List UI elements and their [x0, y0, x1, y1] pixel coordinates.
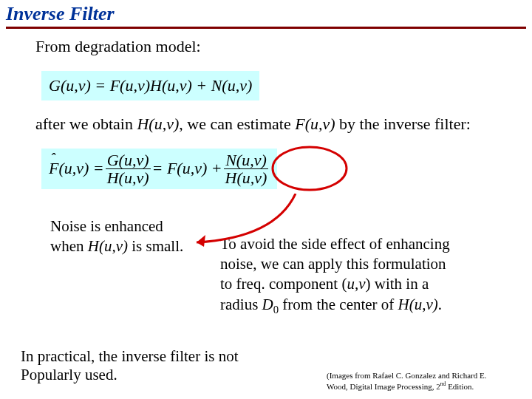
credit-l2-pre: Wood, Digital Image Processing, 2 [327, 382, 440, 391]
avoid-l4-d: D [262, 296, 273, 313]
credit-l2: Wood, Digital Image Processing, 2nd Edit… [327, 381, 519, 392]
eq2-frac1: G(u,v) H(u,v) [106, 151, 151, 186]
avoid-l4: radius D0 from the center of H(u,v). [220, 295, 502, 317]
eq2-frac2-den: H(u,v) [224, 169, 269, 186]
avoid-l1: To avoid the side effect of enhancing [220, 234, 502, 254]
avoid-l4-mid: from the center of [279, 296, 398, 313]
noise-l2-pre: when [50, 237, 88, 255]
eq2-lhs-f: F [49, 158, 58, 180]
avoid-l3-uv: u,v [347, 275, 365, 293]
bottom-row: Noise is enhanced when H(u,v) is small. … [35, 216, 502, 317]
line2-pre: after we obtain [35, 115, 137, 133]
practical-l1: In practical, the inverse filter is not [21, 347, 272, 366]
line2-mid: , we can estimate [179, 115, 295, 133]
credit-l1: (Images from Rafael C. Gonzalez and Rich… [327, 371, 519, 381]
avoid-l3-pre: to freq. component ( [220, 275, 347, 293]
eq2-lhs-rest: (u,v) = [58, 158, 103, 180]
avoid-l2: noise, we can apply this formulation [220, 254, 502, 274]
line2-f: F(u,v) [295, 115, 335, 133]
noise-l2: when H(u,v) is small. [50, 236, 205, 256]
noise-l1: Noise is enhanced [50, 216, 205, 236]
avoid-l3: to freq. component (u,v) with in a [220, 274, 502, 294]
equation-degradation: G(u,v) = F(u,v)H(u,v) + N(u,v) [41, 71, 259, 101]
svg-point-0 [273, 147, 347, 190]
page-title: Inverse Filter [0, 0, 532, 27]
eq1-rhs: F(u,v)H(u,v) + N(u,v) [110, 76, 253, 95]
noise-l2-h: H(u,v) [88, 237, 128, 255]
intro-line: From degradation model: [35, 36, 502, 58]
eq2-frac1-den: H(u,v) [106, 169, 151, 186]
eq2-frac2-num: N(u,v) [224, 151, 268, 168]
equation-inverse: F(u,v) = G(u,v) H(u,v) = F(u,v) + N(u,v)… [41, 149, 277, 189]
eq2-frac2: N(u,v) H(u,v) [224, 151, 269, 186]
avoid-text: To avoid the side effect of enhancing no… [220, 216, 502, 317]
avoid-l4-h: H(u,v) [398, 296, 438, 313]
practical-l2: Popularly used. [21, 366, 272, 384]
noise-text: Noise is enhanced when H(u,v) is small. [35, 216, 205, 317]
noise-l2-post: is small. [128, 237, 183, 255]
red-ellipse-icon [269, 144, 350, 193]
explain-line: after we obtain H(u,v), we can estimate … [35, 114, 502, 135]
line2-h: H(u,v) [137, 115, 179, 133]
equation-inverse-wrap: F(u,v) = G(u,v) H(u,v) = F(u,v) + N(u,v)… [41, 149, 502, 190]
avoid-l3-post: ) with in a [366, 275, 429, 293]
eq2-frac1-num: G(u,v) [106, 151, 151, 168]
avoid-l4-end: . [438, 296, 442, 313]
eq1-lhs: G(u,v) = [49, 76, 106, 95]
practical-text: In practical, the inverse filter is not … [21, 347, 272, 384]
content-area: From degradation model: G(u,v) = F(u,v)H… [0, 36, 532, 317]
credit-l2-post: Edition. [446, 382, 474, 391]
line2-post: by the inverse filter: [335, 115, 471, 133]
avoid-l4-sub: 0 [273, 304, 279, 316]
eq2-mid: = F(u,v) + [152, 158, 222, 180]
avoid-l4-pre: radius [220, 296, 262, 313]
title-rule [6, 27, 526, 29]
image-credit: (Images from Rafael C. Gonzalez and Rich… [327, 371, 519, 392]
